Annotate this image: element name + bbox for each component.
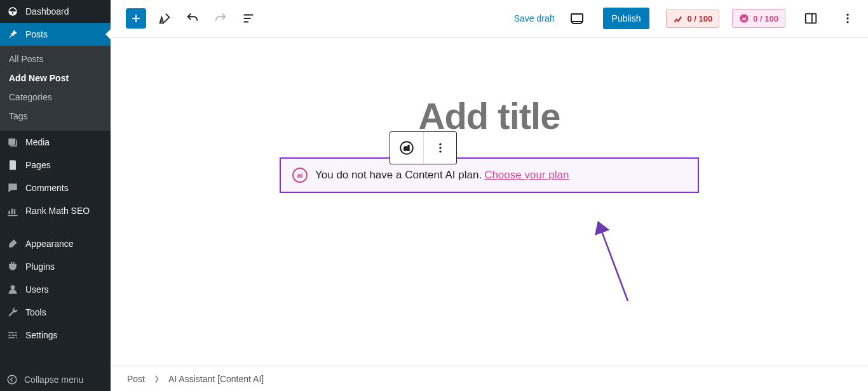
svg-rect-6 xyxy=(806,14,817,23)
svg-text:ai: ai xyxy=(403,144,409,152)
block-type-button[interactable]: ai xyxy=(390,132,423,164)
chevron-right-icon: ❯ xyxy=(154,374,159,383)
sidebar-item-dashboard[interactable]: Dashboard xyxy=(0,0,111,23)
block-toolbar: ai xyxy=(390,131,457,164)
collapse-label: Collapse menu xyxy=(24,374,83,385)
svg-point-12 xyxy=(439,143,441,145)
choose-plan-link[interactable]: Choose your plan xyxy=(484,169,569,182)
sidebar-label: Dashboard xyxy=(25,6,69,17)
svg-point-9 xyxy=(846,21,848,23)
more-options-button[interactable] xyxy=(836,7,859,30)
sliders-icon xyxy=(6,329,19,341)
svg-point-13 xyxy=(439,147,441,149)
save-draft-button[interactable]: Save draft xyxy=(514,13,555,23)
submenu-all-posts[interactable]: All Posts xyxy=(0,50,111,69)
undo-button[interactable] xyxy=(183,9,202,28)
user-icon xyxy=(6,283,19,296)
submenu-tags[interactable]: Tags xyxy=(0,107,111,126)
sidebar-item-users[interactable]: Users xyxy=(0,278,111,301)
trend-icon xyxy=(673,14,683,23)
seo-score-badge[interactable]: 0 / 100 xyxy=(666,10,719,28)
svg-point-2 xyxy=(8,375,17,384)
svg-point-14 xyxy=(439,150,441,152)
pages-icon xyxy=(6,159,19,171)
chart-icon xyxy=(6,204,19,217)
breadcrumb-block[interactable]: AI Assistant [Content AI] xyxy=(168,374,264,384)
ai-notice-text: You do not have a Content AI plan. xyxy=(315,169,482,182)
sidebar-item-settings[interactable]: Settings xyxy=(0,324,111,347)
post-title-input[interactable]: Add title xyxy=(419,95,560,137)
sidebar-label: Appearance xyxy=(25,239,74,249)
content-ai-notice-block[interactable]: ai You do not have a Content AI plan. Ch… xyxy=(280,157,699,193)
editor-toolbar: Save draft Publish 0 / 100 ai 0 / 100 xyxy=(111,0,868,37)
svg-text:ai: ai xyxy=(297,171,302,179)
sidebar-item-posts[interactable]: Posts xyxy=(0,23,111,46)
sidebar-item-plugins[interactable]: Plugins xyxy=(0,255,111,278)
svg-point-1 xyxy=(11,285,15,289)
document-overview-button[interactable] xyxy=(239,9,258,28)
content-ai-score-badge[interactable]: ai 0 / 100 xyxy=(732,9,785,28)
media-icon xyxy=(6,136,19,149)
breadcrumb-post[interactable]: Post xyxy=(127,374,145,384)
wrench-icon xyxy=(6,306,19,319)
preview-button[interactable] xyxy=(567,9,587,28)
seo-score-text: 0 / 100 xyxy=(687,14,712,23)
submenu-categories[interactable]: Categories xyxy=(0,88,111,107)
plugin-icon xyxy=(6,260,19,273)
admin-sidebar: Dashboard Posts All Posts Add New Post C… xyxy=(0,0,111,391)
sidebar-item-media[interactable]: Media xyxy=(0,131,111,154)
sidebar-label: Pages xyxy=(25,160,51,170)
sidebar-label: Tools xyxy=(25,307,46,317)
collapse-icon xyxy=(6,374,18,385)
settings-panel-button[interactable] xyxy=(799,7,822,30)
editor-breadcrumb: Post ❯ AI Assistant [Content AI] xyxy=(111,366,868,391)
sidebar-item-rankmath[interactable]: Rank Math SEO xyxy=(0,199,111,222)
posts-submenu: All Posts Add New Post Categories Tags xyxy=(0,46,111,131)
sidebar-label: Media xyxy=(25,137,50,147)
ai-badge-icon: ai xyxy=(739,13,749,23)
brush-icon xyxy=(6,237,19,250)
svg-rect-3 xyxy=(571,14,583,22)
sidebar-label: Rank Math SEO xyxy=(25,206,90,216)
dashboard-icon xyxy=(6,5,19,18)
svg-point-8 xyxy=(846,17,848,19)
sidebar-item-pages[interactable]: Pages xyxy=(0,154,111,176)
sidebar-item-comments[interactable]: Comments xyxy=(0,176,111,199)
add-block-button[interactable] xyxy=(126,8,146,29)
block-editor-canvas: Add title ai ai You do not have a Conten… xyxy=(111,37,868,366)
collapse-menu-button[interactable]: Collapse menu xyxy=(0,368,111,391)
comments-icon xyxy=(6,182,19,194)
publish-button[interactable]: Publish xyxy=(603,8,650,29)
sidebar-item-appearance[interactable]: Appearance xyxy=(0,232,111,255)
block-more-button[interactable] xyxy=(423,132,456,164)
sidebar-label: Posts xyxy=(25,29,48,39)
sidebar-label: Users xyxy=(25,284,49,295)
submenu-add-new-post[interactable]: Add New Post xyxy=(0,69,111,88)
sidebar-item-tools[interactable]: Tools xyxy=(0,301,111,324)
ai-score-text: 0 / 100 xyxy=(753,14,778,23)
sidebar-label: Comments xyxy=(25,183,69,193)
sidebar-label: Settings xyxy=(25,330,58,340)
svg-rect-0 xyxy=(10,161,16,170)
redo-button[interactable] xyxy=(211,9,230,28)
annotation-arrow xyxy=(596,225,634,307)
tools-button[interactable] xyxy=(155,9,174,28)
svg-line-17 xyxy=(601,230,628,301)
pin-icon xyxy=(6,28,19,41)
svg-text:ai: ai xyxy=(742,16,746,22)
content-ai-icon: ai xyxy=(292,168,308,183)
svg-point-7 xyxy=(846,14,848,16)
sidebar-label: Plugins xyxy=(25,262,55,272)
